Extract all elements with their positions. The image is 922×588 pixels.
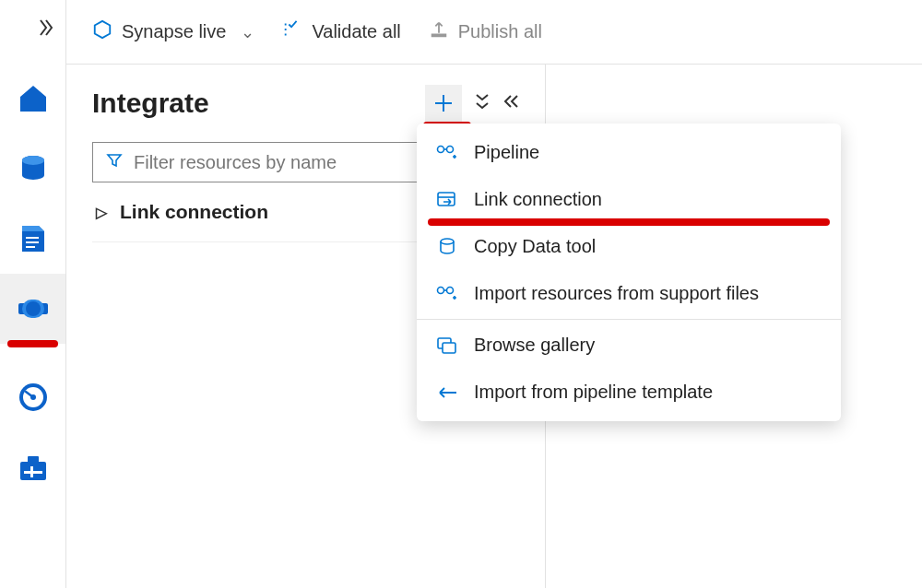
add-button[interactable] (425, 85, 462, 122)
menu-item-link-connection[interactable]: Link connection (417, 176, 841, 223)
nav-manage[interactable] (0, 432, 65, 502)
menu-item-label: Pipeline (474, 142, 539, 163)
menu-item-label: Browse gallery (474, 335, 595, 356)
collapse-panel-icon[interactable] (502, 94, 519, 113)
menu-item-label: Link connection (474, 189, 602, 210)
pipeline-icon (435, 144, 459, 162)
nav-monitor[interactable] (0, 362, 65, 432)
svg-point-22 (447, 287, 454, 293)
nav-develop[interactable] (0, 204, 65, 274)
nav-home[interactable] (0, 64, 65, 134)
add-dropdown-menu: Pipeline Link connection Copy Data tool (417, 123, 841, 421)
svg-point-20 (441, 239, 454, 244)
svg-rect-13 (28, 456, 39, 464)
svg-rect-3 (26, 241, 39, 243)
caret-right-icon: ▷ (96, 204, 107, 221)
menu-item-label: Import from pipeline template (474, 382, 713, 403)
highlight-underline (7, 340, 58, 347)
svg-point-8 (26, 301, 41, 316)
expand-all-icon[interactable] (475, 93, 490, 114)
svg-point-1 (22, 156, 44, 165)
chevron-down-icon: ⌄ (241, 22, 254, 42)
gallery-icon (435, 336, 459, 355)
menu-item-browse-gallery[interactable]: Browse gallery (417, 322, 841, 369)
svg-rect-19 (438, 193, 455, 206)
nav-integrate[interactable] (0, 274, 65, 344)
menu-item-label: Copy Data tool (474, 236, 596, 257)
svg-point-18 (447, 146, 454, 152)
svg-rect-2 (26, 237, 39, 239)
menu-item-import-template[interactable]: Import from pipeline template (417, 369, 841, 416)
svg-rect-24 (443, 343, 455, 353)
mode-label: Synapse live (122, 21, 226, 42)
validate-all-label: Validate all (312, 21, 400, 42)
left-nav-rail (0, 0, 66, 588)
database-icon (435, 237, 459, 257)
nav-data[interactable] (0, 134, 65, 204)
svg-point-21 (438, 287, 444, 293)
menu-item-label: Import resources from support files (474, 283, 759, 304)
menu-item-import-support-files[interactable]: Import resources from support files (417, 270, 841, 317)
expand-nav-icon[interactable] (38, 18, 56, 41)
publish-all-label: Publish all (458, 21, 542, 42)
top-toolbar: Synapse live ⌄ Validate all Publish all (66, 0, 922, 65)
import-arrow-icon (435, 386, 459, 399)
menu-item-pipeline[interactable]: Pipeline (417, 129, 841, 176)
check-list-icon (282, 19, 302, 44)
svg-rect-15 (30, 466, 33, 477)
mode-selector[interactable]: Synapse live ⌄ (92, 19, 254, 44)
publish-all-button[interactable]: Publish all (429, 19, 542, 44)
synapse-icon (92, 19, 112, 44)
menu-item-copy-data-tool[interactable]: Copy Data tool (417, 223, 841, 270)
filter-icon (106, 152, 123, 173)
upload-icon (429, 19, 449, 44)
pipeline-icon (435, 285, 459, 303)
panel-title: Integrate (92, 88, 209, 119)
svg-point-17 (438, 146, 444, 152)
validate-all-button[interactable]: Validate all (282, 19, 400, 44)
tree-item-label: Link connection (120, 201, 268, 223)
menu-separator (417, 319, 841, 320)
link-connection-icon (435, 191, 459, 209)
svg-rect-4 (26, 246, 35, 248)
svg-marker-16 (95, 21, 111, 38)
